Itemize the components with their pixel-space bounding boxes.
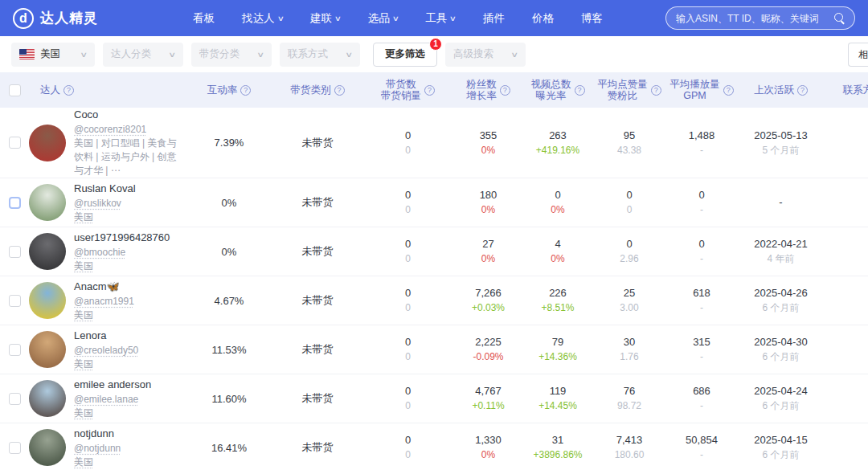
column-header-contact[interactable]: 联系方 bbox=[824, 79, 868, 101]
chevron-down-icon: ∨ bbox=[334, 14, 342, 22]
talent-handle[interactable]: @bmoochie bbox=[74, 246, 125, 260]
product-category-select[interactable]: 带货分类 ∨ bbox=[191, 43, 272, 67]
info-icon[interactable]: ? bbox=[500, 85, 510, 96]
table-row[interactable]: Anacm🦋 @anacm1991 美国 4.67% 未带货 0 0 7,266… bbox=[0, 276, 868, 325]
info-icon[interactable]: ? bbox=[424, 85, 435, 96]
avatar[interactable] bbox=[29, 184, 66, 221]
fans-cell: 355 0% bbox=[454, 129, 522, 157]
row-checkbox[interactable] bbox=[9, 344, 21, 356]
exposure-rate: +3896.86% bbox=[522, 448, 593, 462]
row-checkbox[interactable] bbox=[9, 197, 21, 209]
avatar[interactable] bbox=[29, 429, 66, 466]
row-checkbox[interactable] bbox=[9, 246, 21, 258]
us-flag-icon bbox=[19, 49, 35, 59]
select-all-checkbox[interactable] bbox=[9, 84, 21, 96]
table-row[interactable]: notjdunn @notjdunn 美国 16.41% 未带货 0 0 1,3… bbox=[0, 423, 868, 470]
row-checkbox[interactable] bbox=[9, 442, 21, 454]
table-row[interactable]: emilee anderson @emilee.lanae 美国 11.60% … bbox=[0, 374, 868, 423]
nav-item[interactable]: 工具 ∨ bbox=[425, 11, 456, 26]
last-active-cell: 2022-04-21 4 年前 bbox=[738, 237, 824, 266]
info-icon[interactable]: ? bbox=[63, 85, 74, 96]
info-icon[interactable]: ? bbox=[334, 85, 345, 96]
column-title: 带货数 bbox=[386, 79, 416, 90]
column-header-likes[interactable]: 平均点赞量 赞粉比 ? bbox=[593, 79, 665, 101]
fans-growth: 0% bbox=[454, 143, 522, 157]
table-row[interactable]: Coco @cocorenzi8201 美国 | 对口型唱 | 美食与饮料 | … bbox=[0, 108, 868, 178]
nav-item[interactable]: 博客 bbox=[581, 11, 603, 26]
column-header-sales[interactable]: 带货数 带货销量 ? bbox=[362, 79, 454, 101]
column-header-eng[interactable]: 互动率 ? bbox=[185, 79, 273, 101]
engagement-rate: 0% bbox=[185, 197, 273, 209]
talent-handle[interactable]: @anacm1991 bbox=[74, 295, 134, 309]
filter-count-badge: 1 bbox=[429, 38, 442, 51]
talent-handle[interactable]: @emilee.lanae bbox=[74, 393, 138, 407]
nav-item[interactable]: 价格 bbox=[532, 11, 554, 26]
avatar[interactable] bbox=[29, 380, 66, 417]
country-select[interactable]: 美国 ∨ bbox=[11, 43, 95, 67]
sales-category: 未带货 bbox=[273, 244, 362, 259]
avatar[interactable] bbox=[29, 125, 66, 161]
column-header-cat[interactable]: 带货类别 ? bbox=[273, 79, 362, 101]
contact-method-select[interactable]: 联系方式 ∨ bbox=[280, 43, 360, 67]
last-active-date: - bbox=[738, 195, 824, 210]
info-icon[interactable]: ? bbox=[240, 85, 251, 96]
row-checkbox[interactable] bbox=[9, 295, 21, 307]
talent-name[interactable]: emilee anderson bbox=[74, 378, 151, 391]
like-fan-ratio: 180.60 bbox=[593, 448, 665, 462]
app-logo[interactable]: d 达人精灵 bbox=[13, 8, 98, 29]
exposure-rate: +419.16% bbox=[522, 143, 593, 157]
sales-category: 未带货 bbox=[273, 391, 362, 406]
avatar[interactable] bbox=[29, 233, 66, 270]
table-row[interactable]: Lenora @creolelady50 美国 11.53% 未带货 0 0 2… bbox=[0, 325, 868, 374]
talent-name[interactable]: notjdunn bbox=[74, 427, 121, 440]
talent-handle[interactable]: @creolelady50 bbox=[74, 344, 138, 358]
info-icon[interactable]: ? bbox=[797, 85, 808, 96]
talent-name[interactable]: user1971996428760 bbox=[74, 231, 170, 244]
last-active-date: 2025-04-15 bbox=[738, 433, 824, 448]
talent-handle[interactable]: @notjdunn bbox=[74, 442, 121, 456]
advanced-search-select[interactable]: 高级搜索 ∨ bbox=[445, 43, 526, 67]
nav-item[interactable]: 找达人 ∨ bbox=[242, 11, 283, 26]
talent-name[interactable]: Lenora bbox=[74, 329, 138, 342]
search-input[interactable] bbox=[676, 13, 829, 24]
sort-relevance-button[interactable]: 相关 bbox=[848, 43, 868, 67]
nav-item[interactable]: 建联 ∨ bbox=[310, 11, 341, 26]
info-icon[interactable]: ? bbox=[575, 85, 585, 96]
talent-category-select[interactable]: 达人分类 ∨ bbox=[103, 43, 183, 67]
talent-handle[interactable]: @ruslikkov bbox=[74, 197, 121, 210]
table-row[interactable]: user1971996428760 @bmoochie 美国 0% 未带货 0 … bbox=[0, 227, 868, 276]
sales-cell: 0 0 bbox=[362, 433, 454, 462]
row-checkbox[interactable] bbox=[9, 137, 21, 149]
avatar[interactable] bbox=[29, 282, 66, 319]
info-icon[interactable]: ? bbox=[651, 85, 661, 96]
column-header-active[interactable]: 上次活跃 ? bbox=[738, 79, 824, 101]
talent-name[interactable]: Ruslan Koval bbox=[74, 182, 136, 195]
avatar[interactable] bbox=[29, 331, 66, 368]
videos-cell: 31 +3896.86% bbox=[522, 433, 593, 462]
table-row[interactable]: Ruslan Koval @ruslikkov 美国 0% 未带货 0 0 18… bbox=[0, 178, 868, 227]
more-filters-button[interactable]: 更多筛选 1 bbox=[373, 43, 437, 67]
plays-cell: 50,854 - bbox=[665, 433, 738, 462]
talent-name[interactable]: Coco bbox=[74, 108, 180, 121]
engagement-rate: 0% bbox=[185, 246, 273, 258]
global-search[interactable] bbox=[665, 6, 855, 30]
avg-likes: 0 bbox=[593, 237, 665, 251]
talent-tags: 美国 bbox=[74, 309, 134, 322]
nav-item[interactable]: 看板 bbox=[193, 11, 215, 26]
videos-count: 4 bbox=[522, 237, 593, 251]
column-header-plays[interactable]: 平均播放量 GPM ? bbox=[665, 79, 738, 101]
videos-count: 31 bbox=[522, 433, 593, 448]
search-icon[interactable] bbox=[834, 13, 845, 23]
column-header-talent[interactable]: 达人 ? bbox=[29, 79, 185, 101]
row-checkbox[interactable] bbox=[9, 393, 21, 405]
nav-item[interactable]: 插件 bbox=[483, 11, 505, 26]
column-header-fans[interactable]: 粉丝数 增长率 ? bbox=[454, 79, 522, 101]
talent-name[interactable]: Anacm🦋 bbox=[74, 280, 134, 293]
sales-count: 0 bbox=[362, 188, 454, 202]
advanced-search-label: 高级搜索 bbox=[453, 47, 493, 61]
videos-cell: 0 0% bbox=[522, 188, 593, 217]
nav-item[interactable]: 选品 ∨ bbox=[368, 11, 399, 26]
column-header-videos[interactable]: 视频总数 曝光率 ? bbox=[522, 79, 593, 101]
info-icon[interactable]: ? bbox=[723, 85, 734, 96]
talent-handle[interactable]: @cocorenzi8201 bbox=[74, 123, 146, 137]
